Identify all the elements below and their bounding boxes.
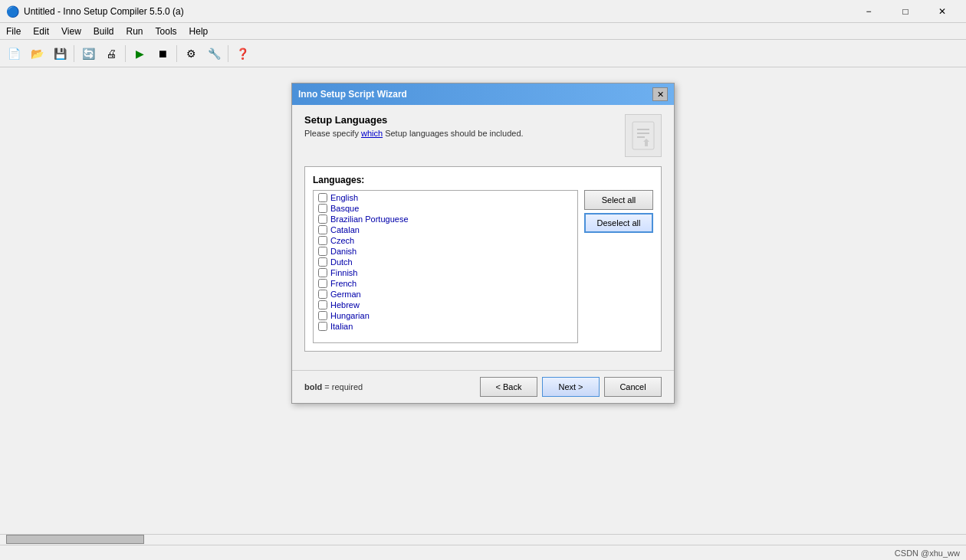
dialog-footer: bold = required < Back Next > Cancel — [292, 370, 674, 403]
language-item[interactable]: Danish — [317, 246, 574, 257]
toolbar-stop[interactable]: ⏹ — [152, 43, 173, 64]
languages-list[interactable]: EnglishBasqueBrazilian PortugueseCatalan… — [314, 191, 577, 342]
toolbar-save[interactable]: 💾 — [49, 43, 71, 64]
dialog-close-button[interactable]: ✕ — [652, 87, 668, 101]
languages-section: Languages: EnglishBasqueBrazilian Portug… — [304, 166, 662, 352]
menu-build[interactable]: Build — [87, 23, 120, 39]
hint-bold: bold — [304, 382, 322, 391]
section-description: Please specify which Setup languages sho… — [304, 129, 524, 138]
dialog-header-text: Setup Languages Please specify which Set… — [304, 114, 524, 138]
toolbar: 📄 📂 💾 🔄 🖨 ▶ ⏹ ⚙ 🔧 ❓ — [0, 40, 966, 67]
menu-bar: File Edit View Build Run Tools Help — [0, 23, 966, 40]
language-item[interactable]: Hebrew — [317, 300, 574, 310]
menu-edit[interactable]: Edit — [27, 23, 55, 39]
menu-view[interactable]: View — [55, 23, 87, 39]
language-item[interactable]: Dutch — [317, 257, 574, 267]
language-item[interactable]: English — [317, 192, 574, 203]
deselect-all-button[interactable]: Deselect all — [584, 213, 653, 233]
bottom-scrollbar[interactable] — [0, 534, 966, 545]
dialog-header: Setup Languages Please specify which Set… — [304, 114, 662, 157]
language-item[interactable]: Catalan — [317, 224, 574, 235]
description-before: Please specify — [304, 129, 361, 138]
minimize-button[interactable]: − — [851, 0, 886, 23]
wizard-icon — [625, 114, 662, 157]
languages-label: Languages: — [313, 175, 653, 185]
dialog-title: Inno Setup Script Wizard — [298, 89, 407, 100]
language-item[interactable]: Finnish — [317, 267, 574, 278]
toolbar-print[interactable]: 🖨 — [100, 43, 122, 64]
dialog-body: Setup Languages Please specify which Set… — [292, 105, 674, 370]
wizard-dialog: Inno Setup Script Wizard ✕ Setup Languag… — [291, 83, 675, 404]
language-item[interactable]: Hungarian — [317, 310, 574, 321]
scrollbar-thumb[interactable] — [6, 535, 144, 544]
description-link[interactable]: which — [361, 129, 383, 138]
language-item[interactable]: Brazilian Portuguese — [317, 214, 574, 224]
language-item[interactable]: French — [317, 278, 574, 289]
toolbar-separator-1 — [74, 45, 74, 62]
title-bar-controls: − □ ✕ — [851, 0, 960, 23]
title-bar: 🔵 Untitled - Inno Setup Compiler 5.5.0 (… — [0, 0, 966, 23]
toolbar-compile[interactable]: ⚙ — [180, 43, 202, 64]
languages-list-container: EnglishBasqueBrazilian PortugueseCatalan… — [313, 190, 578, 343]
toolbar-help[interactable]: ❓ — [232, 43, 253, 64]
menu-tools[interactable]: Tools — [150, 23, 183, 39]
close-button[interactable]: ✕ — [925, 0, 960, 23]
toolbar-new[interactable]: 📄 — [3, 43, 25, 64]
status-bar: CSDN @xhu_ww — [0, 545, 966, 560]
scrollbar-track — [0, 535, 966, 545]
maximize-button[interactable]: □ — [888, 0, 923, 23]
language-item[interactable]: Czech — [317, 235, 574, 246]
languages-content: EnglishBasqueBrazilian PortugueseCatalan… — [313, 190, 653, 343]
menu-file[interactable]: File — [0, 23, 27, 39]
status-text: CSDN @xhu_ww — [895, 549, 960, 558]
section-title: Setup Languages — [304, 114, 524, 126]
language-item[interactable]: Basque — [317, 203, 574, 214]
back-button[interactable]: < Back — [480, 377, 537, 397]
app-icon: 🔵 — [6, 5, 19, 18]
toolbar-separator-3 — [176, 45, 177, 62]
language-item[interactable]: German — [317, 289, 574, 300]
hint-rest: = required — [322, 382, 363, 391]
cancel-button[interactable]: Cancel — [604, 377, 662, 397]
toolbar-open[interactable]: 📂 — [26, 43, 48, 64]
title-bar-text: Untitled - Inno Setup Compiler 5.5.0 (a) — [24, 6, 184, 17]
menu-run[interactable]: Run — [120, 23, 150, 39]
footer-buttons: < Back Next > Cancel — [480, 377, 662, 397]
dialog-title-bar: Inno Setup Script Wizard ✕ — [292, 84, 674, 105]
footer-hint: bold = required — [304, 382, 363, 391]
toolbar-wizard[interactable]: 🔧 — [203, 43, 225, 64]
description-after: Setup languages should be included. — [383, 129, 523, 138]
svg-rect-0 — [632, 122, 654, 149]
next-button[interactable]: Next > — [542, 377, 600, 397]
language-item[interactable]: Italian — [317, 321, 574, 332]
select-all-button[interactable]: Select all — [584, 190, 653, 210]
lang-buttons: Select all Deselect all — [584, 190, 653, 343]
main-area: Inno Setup Script Wizard ✕ Setup Languag… — [0, 67, 966, 545]
toolbar-separator-4 — [228, 45, 228, 62]
toolbar-separator-2 — [125, 45, 126, 62]
title-bar-left: 🔵 Untitled - Inno Setup Compiler 5.5.0 (… — [6, 5, 184, 18]
toolbar-reload[interactable]: 🔄 — [77, 43, 99, 64]
toolbar-run[interactable]: ▶ — [129, 43, 150, 64]
menu-help[interactable]: Help — [183, 23, 215, 39]
